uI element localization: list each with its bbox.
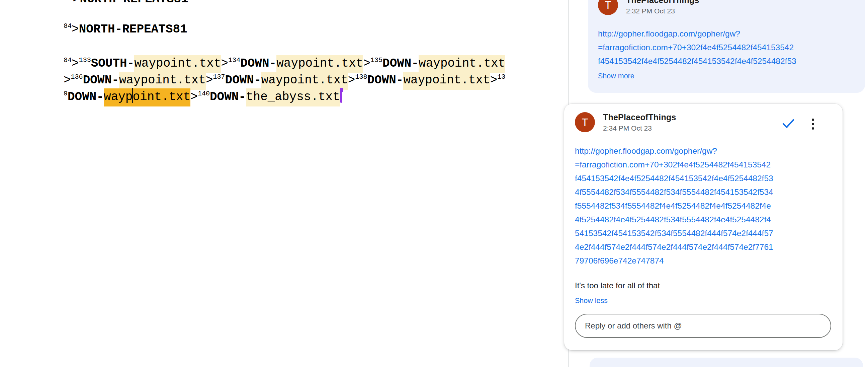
doc-text: SOUTH- [91,57,134,70]
doc-line[interactable]: 84>133SOUTH-waypoint.txt>134DOWN-waypoin… [64,56,505,72]
comment-link-line[interactable]: f454153542f4e4f5254482f454153542f4e4f525… [575,171,831,185]
comment-header: T ThePlaceofThings 2:32 PM Oct 23 [598,0,854,15]
doc-text: > [348,73,355,87]
comment-highlight[interactable]: waypoint.txt [276,55,363,73]
doc-text: DOWN- [225,73,261,87]
comment-link[interactable]: http://gopher.floodgap.com/gopher/gw? =f… [575,144,831,267]
doc-text: > [221,57,228,70]
avatar-letter: T [582,117,588,128]
more-options-button[interactable] [810,117,815,131]
active-comment-card[interactable]: T ThePlaceofThings 2:34 PM Oct 23 http:/… [564,104,843,350]
doc-text: > [72,23,79,36]
doc-text: DOWN- [68,90,104,104]
marker-number: 137 [213,73,225,81]
comment-link-line[interactable]: 4e2f444f574e2f444f574e2f444f574e2f444f57… [575,240,831,254]
comment-card[interactable]: T ThePlaceofThings 2:32 PM Oct 23 http:/… [588,0,865,93]
comment-link-line[interactable]: 54153542f454153542f534f5554482f444f574e2… [575,226,831,240]
comment-link-line[interactable]: 4f5254482f4e4f5254482f534f5554482f4e4f52… [575,213,831,226]
comment-link-line[interactable]: f5554482f534f5554482f4e4f5254482f4e4f525… [575,199,831,213]
doc-text: DOWN- [210,90,246,104]
comment-link-line[interactable]: f454153542f4e4f5254482f454153542f4e4f525… [598,54,854,68]
doc-line[interactable]: 9DOWN-waypoint.txt>140DOWN-the_abyss.txt [64,90,340,106]
comment-highlight[interactable]: waypoint.txt [119,72,206,90]
marker-number: 133 [79,56,91,64]
comment-link-line[interactable]: http://gopher.floodgap.com/gopher/gw? [575,144,831,158]
next-comment-card[interactable] [590,358,863,367]
author-name: ThePlaceofThings [626,0,699,5]
author-name: ThePlaceofThings [603,112,676,122]
marker-number: 138 [355,73,367,81]
marker-number: 84 [64,56,72,64]
comment-timestamp: 2:32 PM Oct 23 [626,7,699,15]
doc-text: DOWN- [367,73,403,87]
doc-line[interactable]: 84>NORTH-REPEATS81 [64,22,187,38]
avatar-letter: T [605,0,611,10]
doc-line[interactable]: >136DOWN-waypoint.txt>137DOWN-waypoint.t… [64,73,505,89]
marker-number: 136 [71,73,83,81]
doc-text: > [206,73,213,87]
comment-highlight[interactable]: waypoint.txt [418,55,505,73]
docs-workspace: >NORTH-REPEATS81 84>NORTH-REPEATS81 84>1… [0,0,868,367]
comment-link-line[interactable]: 4f5554482f534f5554482f534f5554482f454153… [575,185,831,199]
comment-link-line[interactable]: =farragofiction.com+70+302f4e4f5254482f4… [598,40,854,54]
avatar: T [598,0,618,15]
comment-actions [781,117,815,131]
comment-highlight[interactable]: waypoint.txt [403,72,490,90]
marker-number: 140 [198,90,210,97]
comment-timestamp: 2:34 PM Oct 23 [603,124,676,132]
comment-link-line[interactable]: http://gopher.floodgap.com/gopher/gw? [598,27,854,40]
show-more-link[interactable]: Show more [598,72,854,80]
doc-text: > [72,57,79,70]
doc-text: DOWN- [382,57,418,70]
comment-link[interactable]: http://gopher.floodgap.com/gopher/gw? =f… [598,27,854,68]
doc-text: NORTH-REPEATS81 [80,0,188,6]
marker-number: 84 [64,22,72,30]
doc-text: > [190,90,198,104]
kebab-menu-icon [812,118,814,130]
active-comment-highlight[interactable]: wayp [104,88,132,107]
comment-highlight[interactable]: waypoint.txt [134,55,221,73]
avatar: T [575,112,595,132]
reply-input[interactable] [575,314,831,338]
doc-text: > [64,73,71,87]
doc-text: NORTH-REPEATS81 [79,23,187,36]
doc-text: DOWN- [83,73,119,87]
comment-link-line[interactable]: 79706f696e742e747874 [575,254,831,267]
doc-text: DOWN- [240,57,276,70]
doc-text: > [490,73,498,87]
comment-highlight[interactable]: the_abyss.txt [246,88,340,107]
comment-link-line[interactable]: =farragofiction.com+70+302f4e4f5254482f4… [575,158,831,171]
marker-number: 13 [497,73,505,81]
comment-body-text: It's too late for all of that [575,281,831,291]
resolve-button[interactable] [781,117,796,131]
marker-number: 134 [228,56,240,64]
doc-line-cut[interactable]: >NORTH-REPEATS81 [72,0,188,7]
marker-number: 135 [370,56,382,64]
marker-number: 9 [64,90,68,97]
active-comment-highlight[interactable]: oint.txt [132,88,190,107]
show-less-link[interactable]: Show less [575,297,831,305]
doc-text: > [363,57,370,70]
doc-text: > [72,0,80,6]
comment-highlight[interactable]: waypoint.txt [261,72,348,90]
check-icon [782,118,795,130]
